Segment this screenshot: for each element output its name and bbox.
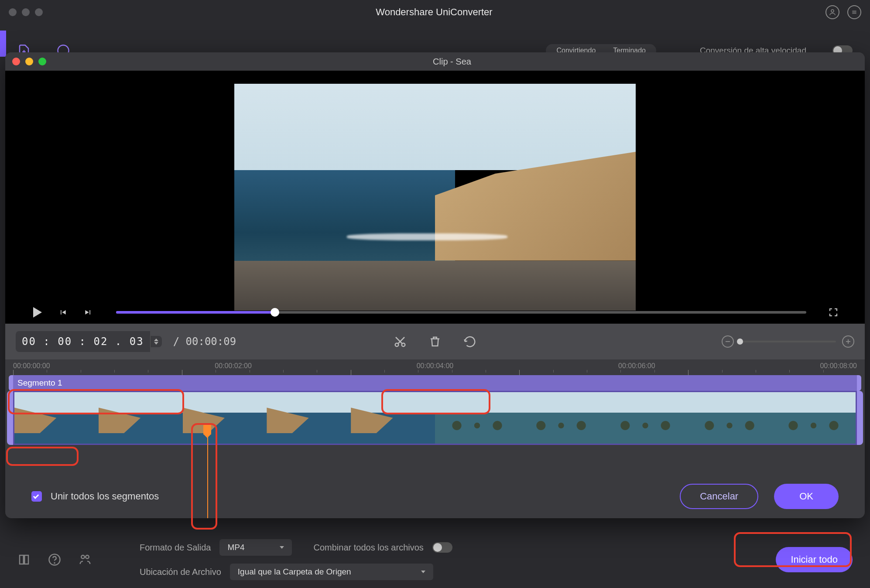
- progress-thumb[interactable]: [271, 308, 279, 317]
- app-title: Wondershare UniConverter: [43, 7, 825, 18]
- main-titlebar: Wondershare UniConverter: [0, 0, 870, 24]
- segment-handle-left[interactable]: [7, 391, 13, 445]
- dialog-minimize-button[interactable]: [25, 58, 33, 65]
- help-icon[interactable]: [48, 553, 61, 566]
- total-duration: / 00:00:09: [173, 335, 236, 348]
- cancel-button[interactable]: Cancelar: [680, 484, 758, 509]
- ruler-label: 00:00:00:00: [13, 362, 50, 370]
- svg-point-10: [86, 555, 89, 559]
- output-format-label: Formato de Salida: [140, 543, 211, 553]
- dialog-title: Clip - Sea: [46, 57, 858, 67]
- menu-icon[interactable]: [847, 5, 861, 19]
- next-frame-button[interactable]: [82, 306, 94, 318]
- edit-toolbar: 00 : 00 : 02 . 03 / 00:00:09: [5, 324, 865, 359]
- fullscreen-button[interactable]: [828, 307, 839, 318]
- timecode-stepper[interactable]: [150, 336, 162, 347]
- ruler-label: 00:00:04:00: [417, 362, 454, 370]
- zoom-in-button[interactable]: [842, 335, 854, 348]
- play-icon: [33, 307, 42, 318]
- svg-point-0: [831, 10, 834, 12]
- player-controls: [5, 306, 865, 318]
- bottom-bar: Formato de Salida MP4 Combinar todos los…: [0, 531, 870, 588]
- maximize-button[interactable]: [35, 8, 43, 16]
- progress-fill: [116, 311, 275, 314]
- zoom-thumb[interactable]: [737, 338, 743, 345]
- stepper-down-icon[interactable]: [154, 342, 158, 345]
- merge-files-label: Combinar todos los archivos: [314, 543, 424, 553]
- stepper-up-icon[interactable]: [154, 338, 158, 341]
- start-all-button[interactable]: Iniciar todo: [776, 547, 853, 572]
- delete-button[interactable]: [428, 335, 442, 348]
- file-location-label: Ubicación de Archivo: [140, 567, 221, 577]
- output-format-value: MP4: [227, 543, 244, 552]
- zoom-slider[interactable]: [740, 341, 836, 342]
- undo-button[interactable]: [463, 335, 476, 348]
- segment-handle-right[interactable]: [857, 391, 863, 445]
- dialog-titlebar: Clip - Sea: [5, 52, 865, 71]
- traffic-lights-main: [9, 8, 43, 16]
- progress-slider[interactable]: [116, 311, 806, 314]
- cut-button[interactable]: [394, 335, 407, 348]
- segment-header[interactable]: Segmento 1: [13, 375, 857, 391]
- merge-segments-label: Unir todos los segmentos: [51, 491, 159, 502]
- merge-segments-checkbox[interactable]: [31, 491, 42, 502]
- dialog-close-button[interactable]: [12, 58, 20, 65]
- zoom-out-button[interactable]: [722, 335, 734, 348]
- book-icon[interactable]: [17, 553, 31, 566]
- dialog-footer: Unir todos los segmentos Cancelar OK: [5, 475, 865, 518]
- dialog-maximize-button[interactable]: [38, 58, 46, 65]
- feedback-icon[interactable]: [79, 553, 92, 566]
- timecode-input[interactable]: 00 : 00 : 02 . 03: [16, 331, 150, 352]
- timeline-ruler[interactable]: 00:00:00:00 00:00:02:00 00:00:04:00 00:0…: [5, 359, 865, 375]
- segment-label: Segmento 1: [17, 378, 62, 388]
- chevron-down-icon: [421, 571, 425, 573]
- clip-dialog: Clip - Sea 00 : 00 : 02 . 03 / 00:00:09: [5, 52, 865, 518]
- account-icon[interactable]: [825, 5, 839, 19]
- ruler-label: 00:00:02:00: [215, 362, 252, 370]
- close-button[interactable]: [9, 8, 17, 16]
- ok-button[interactable]: OK: [774, 484, 839, 509]
- minimize-button[interactable]: [22, 8, 30, 16]
- ruler-label: 00:00:06:00: [618, 362, 655, 370]
- output-format-select[interactable]: MP4: [219, 539, 291, 556]
- svg-point-8: [54, 563, 55, 563]
- file-location-value: Igual que la Carpeta de Origen: [238, 567, 351, 577]
- chevron-down-icon: [280, 546, 284, 549]
- ruler-label: 00:00:08:00: [820, 362, 857, 370]
- check-icon: [33, 493, 39, 499]
- prev-frame-button[interactable]: [57, 306, 69, 318]
- video-frame[interactable]: [234, 84, 636, 311]
- video-preview: [5, 71, 865, 324]
- file-location-select[interactable]: Igual que la Carpeta de Origen: [230, 564, 433, 580]
- play-button[interactable]: [31, 306, 44, 318]
- merge-files-toggle[interactable]: [432, 542, 452, 553]
- svg-point-9: [81, 555, 85, 559]
- timeline-thumbnails[interactable]: [13, 391, 857, 445]
